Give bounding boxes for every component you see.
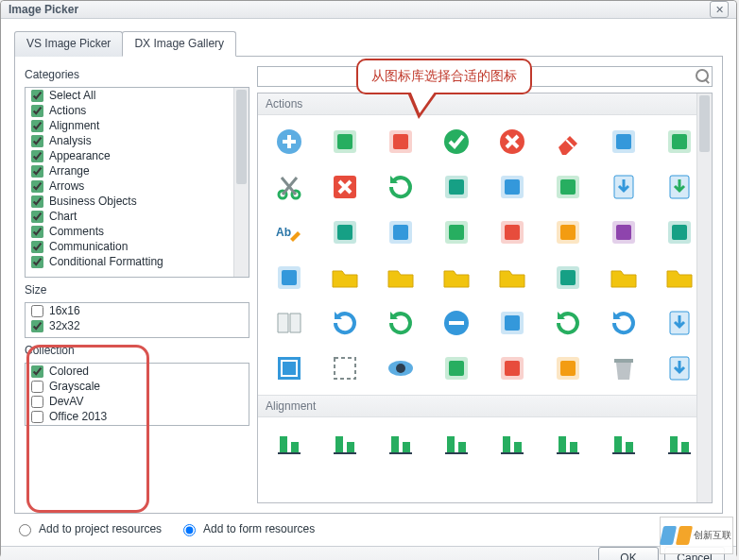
category-item-7[interactable]: Business Objects <box>26 194 249 209</box>
ab-edit-icon[interactable]: Ab <box>266 212 313 253</box>
convert-table-icon[interactable] <box>433 166 480 208</box>
undo-green-icon[interactable] <box>544 302 592 344</box>
collection-item-3[interactable]: Office 2013 <box>26 409 249 424</box>
eye-icon[interactable] <box>377 348 424 389</box>
collection-item-1[interactable]: Grayscale <box>26 379 249 394</box>
gallery-scrollbar[interactable] <box>696 93 712 502</box>
category-item-2[interactable]: Alignment <box>26 118 249 133</box>
grid-blue-icon[interactable] <box>433 212 480 253</box>
category-item-4[interactable]: Appearance <box>26 148 249 163</box>
percent-grid-icon[interactable] <box>600 121 647 162</box>
edit-table-icon[interactable] <box>377 212 424 253</box>
category-item-8-checkbox[interactable] <box>31 211 43 223</box>
cancel-red-icon[interactable] <box>489 121 536 162</box>
category-item-9[interactable]: Comments <box>26 224 249 239</box>
minus-blue-icon[interactable] <box>433 302 480 344</box>
category-item-3[interactable]: Analysis <box>26 133 249 148</box>
option-project[interactable]: Add to project resources <box>14 521 162 536</box>
category-item-5-checkbox[interactable] <box>31 165 43 178</box>
cut-icon[interactable] <box>266 166 313 208</box>
folder-yellow-icon[interactable] <box>489 257 536 298</box>
close-square-icon[interactable] <box>321 166 369 208</box>
category-item-6-checkbox[interactable] <box>31 180 43 193</box>
align-box-icon[interactable] <box>266 423 313 465</box>
align-mid-icon[interactable] <box>600 423 647 465</box>
eraser-icon[interactable] <box>544 121 592 162</box>
folder-green-icon[interactable] <box>321 257 369 298</box>
collection-item-2-checkbox[interactable] <box>31 396 43 408</box>
size-item-0-checkbox[interactable] <box>31 305 43 317</box>
category-item-11-checkbox[interactable] <box>31 256 43 268</box>
category-item-4-checkbox[interactable] <box>31 150 43 162</box>
categories-scrollbar[interactable] <box>233 88 249 277</box>
load-folder-icon[interactable] <box>433 257 480 298</box>
collection-item-3-checkbox[interactable] <box>31 411 43 423</box>
search-icon[interactable] <box>696 69 709 82</box>
category-item-2-checkbox[interactable] <box>31 120 43 132</box>
folder-open-icon[interactable] <box>600 257 647 298</box>
collection-item-1-checkbox[interactable] <box>31 381 43 393</box>
tab-dx-image-gallery[interactable]: DX Image Gallery <box>122 31 236 57</box>
category-item-3-checkbox[interactable] <box>31 135 43 147</box>
refresh-green-icon[interactable] <box>377 166 424 208</box>
category-item-10-checkbox[interactable] <box>31 241 43 253</box>
table-blue-icon[interactable] <box>544 348 592 389</box>
close-icon[interactable]: ✕ <box>710 1 729 18</box>
undo-blue-icon[interactable] <box>321 302 369 344</box>
category-item-8[interactable]: Chart <box>26 209 249 224</box>
book-icon[interactable] <box>266 302 313 344</box>
category-item-5[interactable]: Arrange <box>26 163 249 178</box>
align-top-left-icon[interactable] <box>321 423 369 465</box>
radio-form[interactable] <box>183 524 196 536</box>
category-item-10[interactable]: Communication <box>26 239 249 254</box>
picture-icon[interactable] <box>600 212 647 253</box>
add-circle-icon[interactable] <box>266 121 313 162</box>
ok-button[interactable]: OK <box>598 547 659 560</box>
panel-green-icon[interactable] <box>433 348 480 389</box>
collection-item-0[interactable]: Colored <box>26 364 249 379</box>
category-item-9-checkbox[interactable] <box>31 226 43 238</box>
history-icon[interactable] <box>266 257 313 298</box>
folder-down-icon[interactable] <box>377 257 424 298</box>
search-input[interactable] <box>257 66 713 87</box>
category-item-6[interactable]: Arrows <box>26 178 249 194</box>
download-blue-icon[interactable] <box>600 166 647 208</box>
layers-icon[interactable] <box>489 212 536 253</box>
collection-list[interactable]: ColoredGrayscaleDevAVOffice 2013 <box>25 363 249 426</box>
category-item-1-checkbox[interactable] <box>31 105 43 117</box>
align-bars-icon[interactable] <box>377 423 424 465</box>
trash-icon[interactable] <box>600 348 647 389</box>
redo-blue-icon[interactable] <box>600 302 647 344</box>
radio-project[interactable] <box>19 524 31 536</box>
add-file2-icon[interactable] <box>377 121 424 162</box>
category-item-11[interactable]: Conditional Formatting <box>26 254 249 269</box>
tab-vs-image-picker[interactable]: VS Image Picker <box>14 31 123 57</box>
category-item-0[interactable]: Select All <box>26 88 249 103</box>
categories-list[interactable]: Select AllActionsAlignmentAnalysisAppear… <box>25 87 249 278</box>
align-center-icon[interactable] <box>433 423 480 465</box>
category-item-1[interactable]: Actions <box>26 103 249 118</box>
collection-item-2[interactable]: DevAV <box>26 394 249 409</box>
align-bottom-icon[interactable] <box>544 423 592 465</box>
panel-arrow-icon[interactable] <box>489 348 536 389</box>
size-item-1[interactable]: 32x32 <box>26 318 249 333</box>
option-form[interactable]: Add to form resources <box>179 521 315 536</box>
briefcase-icon[interactable] <box>544 257 592 298</box>
size-list[interactable]: 16x1632x32 <box>25 302 249 338</box>
category-item-0-checkbox[interactable] <box>31 90 43 102</box>
category-item-7-checkbox[interactable] <box>31 195 43 208</box>
align-left-icon[interactable] <box>489 423 536 465</box>
marquee-icon[interactable] <box>321 348 369 389</box>
check-green-icon[interactable] <box>433 121 480 162</box>
add-file-icon[interactable] <box>321 121 369 162</box>
select-icon[interactable] <box>266 348 313 389</box>
size-item-0[interactable]: 16x16 <box>26 303 249 318</box>
size-item-1-checkbox[interactable] <box>31 320 43 332</box>
sheet-delete-icon[interactable] <box>489 166 536 208</box>
document-icon[interactable] <box>544 166 592 208</box>
collection-item-0-checkbox[interactable] <box>31 365 43 378</box>
redo-green-icon[interactable] <box>377 302 424 344</box>
minus-paper-icon[interactable] <box>489 302 536 344</box>
box-down-icon[interactable] <box>321 212 369 253</box>
hide-icon[interactable] <box>544 212 592 253</box>
